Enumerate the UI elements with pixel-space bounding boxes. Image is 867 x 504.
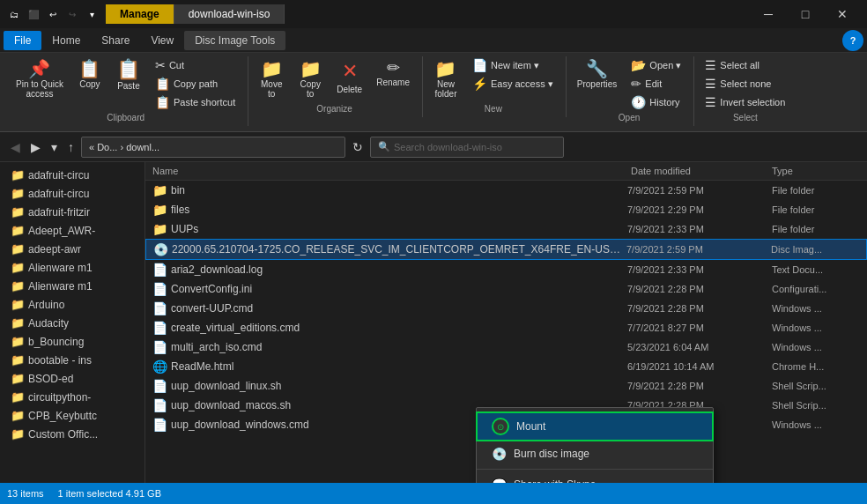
paste-shortcut-button[interactable]: 📋 Paste shortcut <box>150 93 241 111</box>
context-menu-skype[interactable]: 💬 Share with Skype <box>477 472 713 483</box>
file-row-iso[interactable]: 💿 22000.65.210704-1725.CO_RELEASE_SVC_IM… <box>145 239 867 260</box>
easy-access-button[interactable]: ⚡ Easy access ▾ <box>467 75 559 93</box>
paste-button[interactable]: 📋 Paste <box>111 56 146 94</box>
properties-icon: 🔧 <box>586 60 608 78</box>
sidebar-item-audacity[interactable]: 📁 Audacity <box>0 314 144 332</box>
sidebar-item-adeept-awr1[interactable]: 📁 Adeept_AWR- <box>0 221 144 240</box>
select-none-button[interactable]: ☰ Select none <box>700 75 790 93</box>
forward-button[interactable]: ▶ <box>27 138 44 156</box>
sidebar-item-adafruit1[interactable]: 📁 adafruit-circu <box>0 166 144 184</box>
file-name: ConvertConfig.ini <box>171 283 624 295</box>
paste-icon: 📋 <box>116 60 140 79</box>
file-row-multi-arch[interactable]: 📄 multi_arch_iso.cmd 5/23/2021 6:04 AM W… <box>145 337 867 357</box>
sidebar-item-alienware1[interactable]: 📁 Alienware m1 <box>0 258 144 277</box>
new-buttons: 📁 New folder 📄 New item ▾ ⚡ Easy access … <box>428 56 559 102</box>
context-menu-mount[interactable]: ⊙ Mount <box>476 411 714 441</box>
file-type: Disc Imag... <box>771 244 859 255</box>
tab-download[interactable]: download-win-iso <box>174 4 285 24</box>
file-type: Windows ... <box>772 322 860 333</box>
folder-icon: 📁 <box>11 261 25 274</box>
col-header-type[interactable]: Type <box>772 166 860 176</box>
sidebar-item-circuitpython[interactable]: 📁 circuitpython- <box>0 388 144 406</box>
sidebar-item-bouncing[interactable]: 📁 b_Bouncing <box>0 332 144 351</box>
delete-button[interactable]: ✕ Delete <box>331 56 367 98</box>
folder-icon: 📁 <box>152 203 167 217</box>
title-bar-icons: 🗂 ⬛ ↩ ↪ ▾ <box>7 7 99 21</box>
sidebar-item-adafruit2[interactable]: 📁 adafruit-circu <box>0 184 144 203</box>
file-type: Configurati... <box>772 284 860 294</box>
file-row-uup-linux[interactable]: 📄 uup_download_linux.sh 7/9/2021 2:28 PM… <box>145 376 867 396</box>
menu-home[interactable]: Home <box>41 31 91 50</box>
sidebar-item-adeept-awr2[interactable]: 📁 adeept-awr <box>0 240 144 258</box>
context-menu-burn[interactable]: 💿 Burn disc image <box>477 441 713 466</box>
move-to-button[interactable]: 📁 Move to <box>254 56 289 102</box>
pin-icon: 📌 <box>28 60 50 78</box>
ribbon-group-open: 🔧 Properties 📂 Open ▾ ✏ Edit 🕐 History O… <box>568 56 695 126</box>
close-button[interactable]: ✕ <box>825 2 860 26</box>
menu-disc-image-tools[interactable]: Disc Image Tools <box>184 31 285 50</box>
copy-path-button[interactable]: 📋 Copy path <box>150 75 241 93</box>
refresh-button[interactable]: ↻ <box>349 138 367 156</box>
open-button[interactable]: 📂 Open ▾ <box>626 56 686 74</box>
maximize-button[interactable]: □ <box>788 2 823 26</box>
file-row-convert-uup[interactable]: 📄 convert-UUP.cmd 7/9/2021 2:28 PM Windo… <box>145 299 867 318</box>
file-type: Shell Scrip... <box>772 400 860 411</box>
file-date: 7/9/2021 2:33 PM <box>627 224 768 234</box>
col-header-name[interactable]: Name <box>152 166 631 176</box>
menu-view[interactable]: View <box>140 31 184 50</box>
up-button[interactable]: ↑ <box>64 138 78 156</box>
sidebar-item-arduino[interactable]: 📁 Arduino <box>0 295 144 314</box>
history-icon: 🕐 <box>631 95 646 109</box>
cut-button[interactable]: ✂ Cut <box>150 56 241 74</box>
file-row-bin[interactable]: 📁 bin 7/9/2021 2:59 PM File folder <box>145 181 867 200</box>
properties-button[interactable]: 🔧 Properties <box>572 56 623 93</box>
ribbon-group-new: 📁 New folder 📄 New item ▾ ⚡ Easy access … <box>425 56 567 117</box>
file-name: aria2_download.log <box>171 263 624 276</box>
file-row-convertconfig[interactable]: 📄 ConvertConfig.ini 7/9/2021 2:28 PM Con… <box>145 279 867 299</box>
help-button[interactable]: ? <box>842 30 863 51</box>
html-icon: 🌐 <box>152 359 167 374</box>
sidebar-item-custom-office[interactable]: 📁 Custom Offic... <box>0 425 144 443</box>
menu-share[interactable]: Share <box>91 31 140 50</box>
move-icon: 📁 <box>261 60 283 78</box>
sidebar-item-bootable[interactable]: 📁 bootable - ins <box>0 351 144 369</box>
mount-circle-icon: ⊙ <box>492 418 509 435</box>
history-button[interactable]: 🕐 History <box>626 93 686 111</box>
new-folder-button[interactable]: 📁 New folder <box>428 56 463 102</box>
rename-button[interactable]: ✏ Rename <box>371 56 415 91</box>
minimize-button[interactable]: ─ <box>751 2 786 26</box>
new-item-button[interactable]: 📄 New item ▾ <box>467 56 559 74</box>
invert-selection-button[interactable]: ☰ Invert selection <box>700 93 790 111</box>
tab-manage[interactable]: Manage <box>106 4 174 24</box>
menu-file[interactable]: File <box>4 31 41 50</box>
file-type: Chrome H... <box>772 361 860 372</box>
col-header-date[interactable]: Date modified <box>631 166 772 176</box>
sidebar-item-cpb[interactable]: 📁 CPB_Keybuttc <box>0 406 144 425</box>
sidebar-item-alienware2[interactable]: 📁 Alienware m1 <box>0 277 144 295</box>
search-box[interactable]: 🔍 Search download-win-iso <box>370 137 564 158</box>
folder-icon: 📁 <box>152 183 167 197</box>
copy-icon: 📋 <box>78 60 100 78</box>
status-item-count: 13 items <box>7 488 44 499</box>
status-item-selected: 1 item selected 4.91 GB <box>58 488 161 499</box>
folder-icon: 📁 <box>11 187 25 200</box>
file-row-files[interactable]: 📁 files 7/9/2021 2:29 PM File folder <box>145 200 867 219</box>
pin-to-quick-access-button[interactable]: 📌 Pin to Quick access <box>11 56 69 102</box>
back-button[interactable]: ◀ <box>7 138 24 156</box>
recent-locations-button[interactable]: ▾ <box>48 138 61 156</box>
dropdown-icon[interactable]: ▾ <box>85 7 99 21</box>
sidebar-item-adafruit-fritz[interactable]: 📁 adafruit-fritzir <box>0 203 144 221</box>
file-row-create-virtual[interactable]: 📄 create_virtual_editions.cmd 7/7/2021 8… <box>145 318 867 337</box>
ribbon-group-select: ☰ Select all ☰ Select none ☰ Invert sele… <box>696 56 797 126</box>
address-path[interactable]: « Do... › downl... <box>81 137 345 158</box>
sidebar-item-bsod[interactable]: 📁 BSOD-ed <box>0 369 144 388</box>
copy-button[interactable]: 📋 Copy <box>72 56 107 93</box>
skype-label: Share with Skype <box>514 478 699 483</box>
window-controls: ─ □ ✕ <box>751 2 860 26</box>
edit-button[interactable]: ✏ Edit <box>626 75 686 93</box>
copy-to-button[interactable]: 📁 Copy to <box>293 56 328 102</box>
select-all-button[interactable]: ☰ Select all <box>700 56 790 74</box>
file-row-readme[interactable]: 🌐 ReadMe.html 6/19/2021 10:14 AM Chrome … <box>145 357 867 376</box>
file-row-uups[interactable]: 📁 UUPs 7/9/2021 2:33 PM File folder <box>145 219 867 239</box>
file-row-aria2[interactable]: 📄 aria2_download.log 7/9/2021 2:33 PM Te… <box>145 260 867 279</box>
